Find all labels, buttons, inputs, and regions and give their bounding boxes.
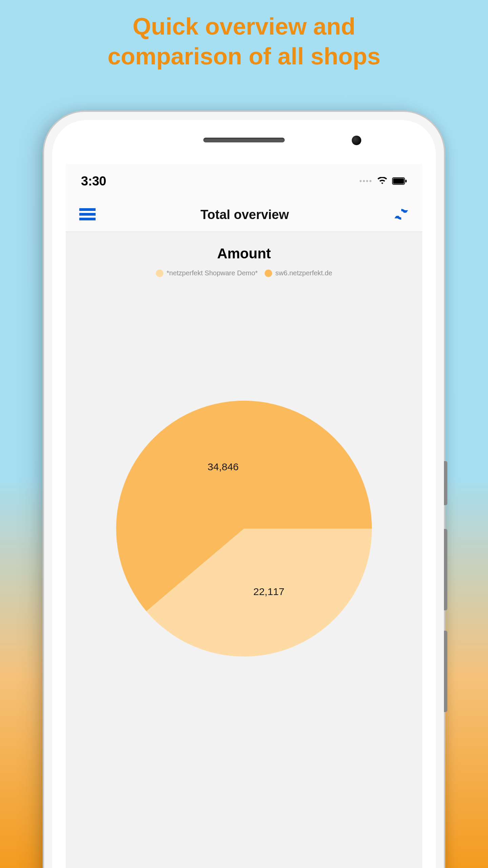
promo-heading: Quick overview and comparison of all sho… xyxy=(0,12,488,71)
status-indicators: •••• xyxy=(359,177,407,185)
hamburger-icon xyxy=(79,208,96,221)
app-screen: 3:30 •••• xyxy=(66,164,422,868)
battery-icon xyxy=(392,177,407,185)
promo-line-2: comparison of all shops xyxy=(107,43,380,70)
pie-svg xyxy=(114,398,374,659)
promo-line-1: Quick overview and xyxy=(133,13,355,40)
legend-label: *netzperfekt Shopware Demo* xyxy=(167,269,258,277)
phone-bezel: 3:30 •••• xyxy=(52,120,436,868)
nav-bar: Total overview xyxy=(66,198,422,232)
pie-slice-label: 34,846 xyxy=(208,461,239,473)
svg-rect-5 xyxy=(79,218,96,220)
cellular-dots-icon: •••• xyxy=(359,177,372,185)
pie-slice-label: 22,117 xyxy=(253,586,284,597)
content-area: Amount *netzperfekt Shopware Demo*sw6.ne… xyxy=(66,232,422,868)
menu-button[interactable] xyxy=(79,208,96,222)
legend-swatch xyxy=(265,270,272,277)
phone-side-button xyxy=(444,529,447,610)
phone-side-button xyxy=(444,461,447,505)
phone-speaker xyxy=(203,138,285,142)
phone-side-button xyxy=(444,631,447,712)
legend-label: sw6.netzperfekt.de xyxy=(276,269,332,277)
page-title: Total overview xyxy=(200,208,289,222)
status-bar: 3:30 •••• xyxy=(66,164,422,198)
wifi-icon xyxy=(377,177,387,185)
svg-rect-4 xyxy=(79,213,96,216)
chart-legend: *netzperfekt Shopware Demo*sw6.netzperfe… xyxy=(66,269,422,277)
pie-chart: 22,11734,846 xyxy=(114,398,374,659)
status-time: 3:30 xyxy=(81,174,106,189)
legend-swatch xyxy=(156,270,163,277)
phone-mockup: 3:30 •••• xyxy=(44,112,444,868)
refresh-icon xyxy=(394,207,409,222)
legend-item: sw6.netzperfekt.de xyxy=(265,269,332,277)
chart-title: Amount xyxy=(66,245,422,262)
svg-rect-3 xyxy=(79,208,96,211)
svg-rect-1 xyxy=(393,178,404,184)
refresh-button[interactable] xyxy=(394,207,409,223)
svg-rect-2 xyxy=(405,180,407,182)
legend-item: *netzperfekt Shopware Demo* xyxy=(156,269,258,277)
phone-front-camera xyxy=(352,136,361,145)
